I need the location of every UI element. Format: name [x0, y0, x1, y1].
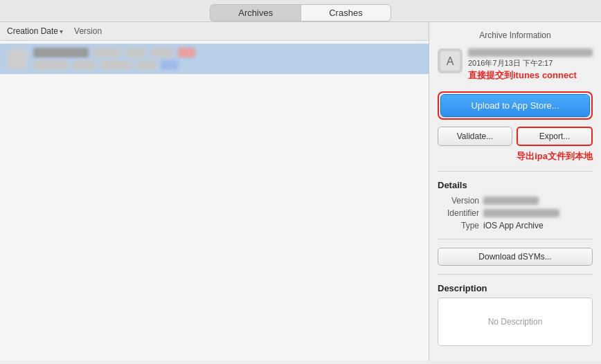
sort-arrow-icon: ▾: [60, 28, 63, 35]
identifier-label: Identifier: [438, 208, 479, 218]
item-row-1: [33, 48, 422, 57]
creation-date-label: Creation Date: [7, 26, 58, 36]
item-sub5-blur: [161, 60, 178, 70]
item-sub1-blur: [33, 60, 68, 70]
archive-info-title: Archive Information: [438, 30, 593, 40]
item-row-2: [33, 60, 422, 70]
description-box: No Description: [438, 298, 593, 346]
tab-bar: Archives Crashes: [0, 0, 601, 22]
divider-2: [438, 239, 593, 239]
details-section: Details Version Identifier Type iOS App …: [438, 180, 593, 230]
detail-row-identifier: Identifier: [438, 208, 593, 218]
version-label: Version: [438, 196, 479, 206]
item-date-blur: [93, 48, 120, 57]
item-ver-blur: [150, 48, 174, 57]
description-section: Description No Description: [438, 283, 593, 346]
type-label: Type: [438, 221, 479, 230]
item-info: [33, 48, 422, 70]
right-panel: Archive Information A 2016年7月13日 下午2:17 …: [429, 22, 601, 361]
itunes-annotation: 直接提交到itunes connect: [468, 70, 593, 82]
action-row: Validate... Export...: [438, 127, 593, 146]
archive-meta: 2016年7月13日 下午2:17 直接提交到itunes connect: [468, 48, 593, 82]
export-button[interactable]: Export...: [517, 127, 593, 146]
item-name-blur: [33, 48, 89, 57]
list-item[interactable]: [0, 44, 429, 74]
archive-date: 2016年7月13日 下午2:17: [468, 58, 593, 69]
left-panel: Creation Date ▾ Version: [0, 22, 429, 361]
type-value: iOS App Archive: [483, 221, 544, 230]
item-sub2-blur: [72, 60, 96, 70]
item-sub3-blur: [100, 60, 132, 70]
archive-name-blur: [468, 48, 593, 57]
app-icon: [7, 48, 28, 69]
list-header: Creation Date ▾ Version: [0, 22, 429, 41]
description-title: Description: [438, 283, 593, 293]
identifier-value-blur: [483, 209, 559, 217]
svg-text:A: A: [447, 55, 454, 67]
main-area: Creation Date ▾ Version: [0, 22, 601, 361]
tab-archives[interactable]: Archives: [210, 4, 300, 21]
details-title: Details: [438, 180, 593, 190]
archive-list: [0, 41, 429, 361]
tab-crashes[interactable]: Crashes: [300, 4, 391, 21]
no-description-text: No Description: [488, 317, 543, 327]
download-dsyms-button[interactable]: Download dSYMs...: [438, 248, 593, 266]
archive-header: A 2016年7月13日 下午2:17 直接提交到itunes connect: [438, 48, 593, 82]
item-tag-blur: [178, 48, 195, 57]
creation-date-column[interactable]: Creation Date ▾: [7, 26, 63, 36]
divider-1: [438, 171, 593, 172]
item-detail-blur: [125, 48, 145, 57]
divider-3: [438, 274, 593, 275]
detail-row-type: Type iOS App Archive: [438, 221, 593, 230]
validate-button[interactable]: Validate...: [438, 127, 512, 146]
export-annotation: 导出ipa文件到本地: [438, 150, 593, 163]
detail-row-version: Version: [438, 196, 593, 206]
version-column-label: Version: [74, 26, 102, 36]
upload-btn-wrapper: Upload to App Store...: [438, 91, 593, 120]
upload-to-appstore-button[interactable]: Upload to App Store...: [440, 94, 590, 117]
version-value-blur: [483, 197, 539, 205]
item-sub4-blur: [136, 60, 156, 70]
archive-icon: A: [438, 48, 463, 73]
